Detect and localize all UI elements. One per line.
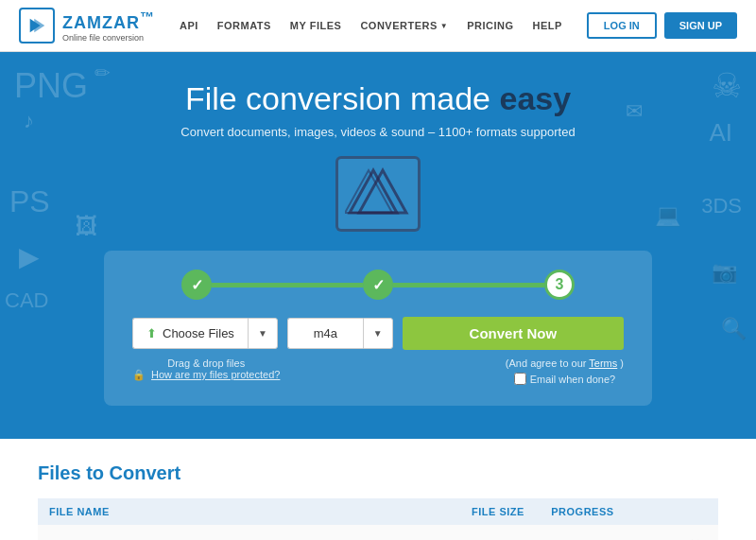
logo-svg [26, 15, 47, 36]
hero-play-icon [335, 156, 421, 232]
email-checkbox[interactable] [514, 373, 526, 385]
upload-icon: ⬆ [146, 326, 157, 340]
steps-container: ✓ ✓ 3 [132, 270, 624, 300]
step-1-check: ✓ [191, 276, 203, 294]
terms-link[interactable]: Terms [589, 357, 617, 369]
lock-icon: 🔒 [132, 369, 146, 380]
choose-files-group: ⬆ Choose Files ▼ [132, 318, 278, 349]
nav-help[interactable]: HELP [533, 20, 562, 31]
file-name-cell: file_example.flac [38, 525, 460, 540]
signup-button[interactable]: SIGN UP [664, 12, 737, 39]
files-table-body: file_example.flac 6.3 MB Pending ✕ [38, 525, 718, 540]
logo-text: ZAMZAR™ Online file conversion [62, 9, 155, 43]
controls-row: ⬆ Choose Files ▼ m4a ▼ Convert Now [132, 317, 624, 350]
choose-files-dropdown-button[interactable]: ▼ [248, 318, 278, 349]
terms-row: (And agree to our Terms ) [506, 357, 624, 369]
format-display: m4a [287, 318, 363, 349]
hero-title: File conversion made easy [19, 80, 737, 117]
email-label: Email when done? [530, 374, 616, 385]
file-action-cell: ✕ [673, 525, 718, 540]
choose-files-button[interactable]: ⬆ Choose Files [132, 318, 248, 349]
main-nav: API FORMATS MY FILES CONVERTERS ▼ PRICIN… [180, 20, 562, 31]
protection-row: 🔒 How are my files protected? [132, 369, 280, 381]
convert-now-button[interactable]: Convert Now [403, 317, 624, 350]
email-checkbox-row: Email when done? [506, 373, 624, 385]
files-table-head: FILE NAME FILE SIZE PROGRESS [38, 498, 718, 525]
hero-content: File conversion made easy Convert docume… [19, 80, 737, 406]
choose-files-caret-icon: ▼ [258, 328, 267, 339]
col-header-action [673, 498, 718, 525]
logo-icon [19, 8, 55, 44]
step-2-circle: ✓ [363, 270, 393, 300]
left-helper: Drag & drop files 🔒 How are my files pro… [132, 357, 280, 381]
svg-marker-3 [359, 170, 406, 213]
table-row: file_example.flac 6.3 MB Pending ✕ [38, 525, 718, 540]
col-header-progress: PROGRESS [540, 498, 673, 525]
nav-pricing[interactable]: PRICING [467, 20, 513, 31]
hero-icon-container [19, 156, 737, 232]
files-table-header-row: FILE NAME FILE SIZE PROGRESS [38, 498, 718, 525]
files-section-title: Files to Convert [38, 462, 718, 484]
page-header: ZAMZAR™ Online file conversion API FORMA… [0, 0, 756, 52]
svg-marker-1 [34, 19, 44, 33]
terms-area: (And agree to our Terms ) Email when don… [506, 357, 624, 385]
logo-name: ZAMZAR™ [62, 9, 155, 33]
col-header-filename: FILE NAME [38, 498, 460, 525]
nav-converters[interactable]: CONVERTERS ▼ [360, 20, 448, 31]
nav-my-files[interactable]: MY FILES [290, 20, 342, 31]
converter-box: ✓ ✓ 3 ⬆ Choose Files [104, 251, 652, 406]
nav-api[interactable]: API [180, 20, 198, 31]
converters-caret-icon: ▼ [440, 22, 448, 30]
helper-row: Drag & drop files 🔒 How are my files pro… [132, 357, 624, 385]
login-button[interactable]: LOG IN [587, 12, 657, 39]
hero-subtitle: Convert documents, images, videos & soun… [19, 125, 737, 139]
choose-files-label: Choose Files [163, 326, 234, 340]
step-1-circle: ✓ [181, 270, 212, 300]
logo: ZAMZAR™ Online file conversion [19, 8, 155, 44]
play-triangles-svg [345, 165, 411, 222]
file-progress-cell: Pending [540, 525, 673, 540]
logo-subtitle: Online file conversion [62, 33, 155, 43]
step-line-2 [393, 283, 544, 287]
file-size-cell: 6.3 MB [460, 525, 540, 540]
files-table: FILE NAME FILE SIZE PROGRESS file_exampl… [38, 498, 718, 540]
drag-drop-text: Drag & drop files [132, 357, 280, 369]
step-2-check: ✓ [372, 276, 385, 294]
protection-link[interactable]: How are my files protected? [151, 369, 280, 380]
format-dropdown-button[interactable]: ▼ [363, 318, 393, 349]
header-buttons: LOG IN SIGN UP [587, 12, 737, 39]
col-header-filesize: FILE SIZE [460, 498, 540, 525]
remove-file-button[interactable]: ✕ [684, 534, 707, 540]
files-section: Files to Convert FILE NAME FILE SIZE PRO… [0, 439, 756, 540]
nav-formats[interactable]: FORMATS [217, 20, 271, 31]
hero-section: PNG ♪ PS ▶ CAD ✏ 🖼 ☠ AI 3DS 📷 🔍 ✉ 💻 File… [0, 52, 756, 439]
step-line-1 [212, 283, 363, 287]
format-caret-icon: ▼ [373, 328, 383, 339]
step-3-label: 3 [556, 276, 564, 293]
format-group: m4a ▼ [287, 318, 393, 349]
step-3-circle: 3 [544, 270, 575, 300]
